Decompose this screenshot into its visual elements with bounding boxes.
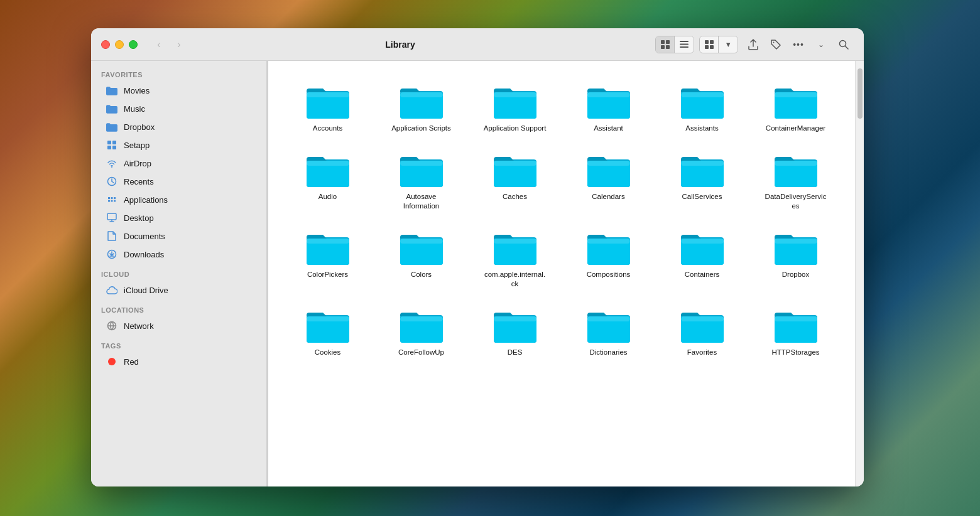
svg-rect-61: [307, 239, 349, 244]
file-label: Application Support: [484, 124, 547, 133]
more-button[interactable]: •••: [788, 35, 808, 55]
icon-view-button[interactable]: [656, 36, 675, 53]
svg-rect-79: [307, 316, 349, 321]
file-label: Application Scripts: [391, 124, 451, 133]
folder-item-containers[interactable]: Containers: [658, 222, 746, 295]
sidebar-item-applications[interactable]: Applications: [96, 191, 261, 208]
svg-rect-6: [680, 46, 689, 48]
svg-rect-76: [775, 239, 817, 244]
folder-icon-large: [305, 306, 351, 344]
scrollbar[interactable]: [855, 61, 864, 486]
folder-item-accounts[interactable]: Accounts: [283, 76, 372, 139]
svg-rect-4: [680, 41, 689, 42]
folder-item-application-scripts[interactable]: Application Scripts: [377, 76, 466, 139]
file-label: DataDeliveryServices: [765, 192, 827, 211]
list-view-button[interactable]: [675, 36, 694, 53]
file-label: Autosave Information: [390, 192, 453, 211]
file-label: Dropbox: [782, 270, 809, 279]
maximize-button[interactable]: [129, 40, 138, 49]
close-button[interactable]: [101, 40, 110, 49]
folder-item-callservices[interactable]: CallServices: [658, 144, 746, 217]
sidebar-item-dropbox[interactable]: Dropbox: [96, 118, 261, 136]
sidebar-item-movies[interactable]: Movies: [96, 82, 261, 99]
sidebar-item-documents[interactable]: Documents: [96, 227, 261, 245]
gallery-view-button[interactable]: [700, 36, 719, 53]
sidebar-item-label: Documents: [124, 232, 165, 241]
folder-icon-large: [305, 82, 351, 120]
sidebar-item-icloud-drive[interactable]: iCloud Drive: [96, 281, 261, 299]
folder-item-colorpickers[interactable]: ColorPickers: [283, 222, 372, 295]
sidebar-item-label: Downloads: [124, 250, 164, 259]
sidebar-item-setapp[interactable]: Setapp: [96, 136, 261, 154]
folder-icon-large: [773, 151, 819, 188]
folder-item-autosave-information[interactable]: Autosave Information: [377, 144, 466, 217]
folder-icon: [106, 121, 117, 132]
folder-item-dictionaries[interactable]: Dictionaries: [564, 300, 653, 363]
file-label: Colors: [411, 270, 432, 279]
folder-item-audio[interactable]: Audio: [283, 144, 372, 217]
columns-view-button[interactable]: ▾: [719, 36, 738, 53]
folder-item-favorites-folder[interactable]: Favorites: [658, 300, 746, 363]
folder-icon-large: [586, 228, 631, 266]
toolbar-actions: ▾ ••• ⌄: [655, 35, 854, 55]
file-label: Calendars: [592, 192, 624, 202]
folder-item-container-manager[interactable]: ContainerManager: [751, 76, 840, 139]
svg-rect-2: [661, 45, 665, 49]
folder-icon-large: [305, 228, 351, 266]
sidebar-item-desktop[interactable]: Desktop: [96, 209, 261, 227]
svg-rect-28: [400, 92, 443, 97]
search-button[interactable]: [834, 35, 854, 55]
sidebar-item-label: Recents: [124, 177, 154, 186]
tags-header: Tags: [91, 340, 266, 352]
sidebar-item-red[interactable]: Red: [96, 353, 261, 370]
sidebar-item-downloads[interactable]: Downloads: [96, 245, 261, 263]
folder-icon-large: [399, 82, 444, 120]
folder-item-colors[interactable]: Colors: [377, 222, 466, 295]
folder-item-dropbox-folder[interactable]: Dropbox: [751, 222, 840, 295]
sidebar-item-label: Dropbox: [124, 122, 155, 132]
tags-section: Tags Red: [91, 340, 266, 370]
sidebar-item-label: Movies: [124, 86, 150, 95]
file-label: CallServices: [682, 192, 722, 202]
folder-item-httpstorages[interactable]: HTTPStorages: [751, 300, 840, 363]
folder-icon: [106, 85, 117, 96]
dropdown-button[interactable]: ⌄: [811, 35, 831, 55]
folder-item-calendars[interactable]: Calendars: [564, 144, 653, 217]
file-label: Caches: [503, 192, 527, 202]
svg-rect-52: [587, 161, 630, 166]
file-label: com.apple.internal.ck: [484, 270, 547, 289]
file-label: ColorPickers: [307, 270, 348, 279]
tag-button[interactable]: [766, 35, 786, 55]
svg-rect-1: [666, 40, 670, 44]
folder-icon: [106, 103, 117, 114]
folder-icon-large: [586, 151, 631, 188]
svg-point-11: [773, 41, 775, 43]
sidebar-item-recents[interactable]: Recents: [96, 173, 261, 190]
folder-item-assistants[interactable]: Assistants: [658, 76, 746, 139]
sidebar-item-network[interactable]: Network: [96, 317, 261, 335]
folder-item-des[interactable]: DES: [471, 300, 559, 363]
sidebar-item-music[interactable]: Music: [96, 100, 261, 117]
folder-item-application-support[interactable]: Application Support: [471, 76, 559, 139]
folder-icon-large: [773, 306, 819, 344]
folder-item-com-apple-internal-ck[interactable]: com.apple.internal.ck: [471, 222, 559, 295]
minimize-button[interactable]: [115, 40, 124, 49]
folder-item-compositions[interactable]: Compositions: [564, 222, 653, 295]
file-label: Containers: [685, 270, 720, 279]
share-button[interactable]: [743, 35, 763, 55]
svg-rect-43: [307, 161, 349, 166]
file-label: Accounts: [313, 124, 342, 133]
scrollbar-thumb[interactable]: [858, 68, 863, 119]
sidebar-item-label: Desktop: [124, 213, 154, 223]
folder-icon-large: [680, 82, 725, 120]
folder-item-datadeliveryservices[interactable]: DataDeliveryServices: [751, 144, 840, 217]
sidebar-item-label: Red: [124, 357, 139, 367]
folder-icon-large: [680, 151, 725, 188]
folder-item-assistant[interactable]: Assistant: [564, 76, 653, 139]
sidebar-item-airdrop[interactable]: AirDrop: [96, 154, 261, 172]
window-body: Favorites Movies Music: [91, 61, 864, 486]
monitor-icon: [106, 212, 117, 223]
folder-item-caches[interactable]: Caches: [471, 144, 559, 217]
folder-item-corefollowup[interactable]: CoreFollowUp: [377, 300, 466, 363]
folder-item-cookies[interactable]: Cookies: [283, 300, 372, 363]
